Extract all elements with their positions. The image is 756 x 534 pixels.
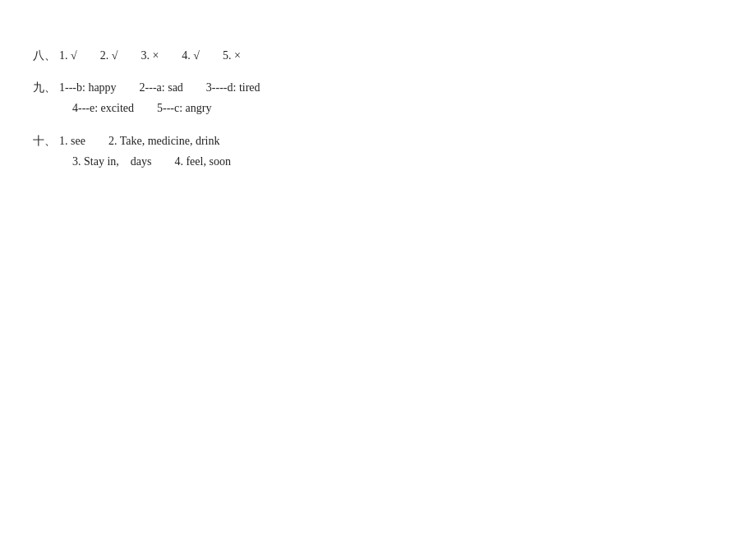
section-10-sub-row: 3. Stay in, days 4. feel, soon	[72, 151, 723, 172]
item-9-4: 4---e: excited	[72, 98, 134, 118]
section-10: 十、 1. see 2. Take, medicine, drink 3. St…	[33, 131, 723, 172]
section-10-items: 1. see 2. Take, medicine, drink	[59, 131, 243, 151]
section-8: 八、 1. √ 2. √ 3. × 4. √ 5. ×	[33, 45, 723, 66]
item-8-4: 4. √	[182, 45, 200, 66]
item-8-5: 5. ×	[223, 45, 241, 66]
item-9-1: 1---b: happy	[59, 77, 117, 98]
item-9-5: 5---c: angry	[157, 98, 211, 118]
item-8-2: 2. √	[100, 45, 118, 66]
item-10-2: 2. Take, medicine, drink	[108, 131, 220, 151]
item-10-4: 4. feel, soon	[174, 151, 230, 172]
item-8-3: 3. ×	[141, 45, 159, 66]
item-9-2: 2---a: sad	[140, 77, 183, 98]
section-8-label: 八、	[33, 45, 56, 66]
item-8-1: 1. √	[59, 45, 77, 66]
section-9-items: 1---b: happy 2---a: sad 3----d: tired	[59, 77, 284, 98]
item-9-3: 3----d: tired	[206, 77, 260, 98]
main-content: 八、 1. √ 2. √ 3. × 4. √ 5. × 九、 1---b: ha…	[0, 0, 756, 216]
item-10-1: 1. see	[59, 131, 85, 151]
section-10-label: 十、	[33, 131, 56, 151]
section-9-label: 九、	[33, 77, 56, 98]
item-10-3: 3. Stay in, days	[72, 151, 151, 172]
section-9: 九、 1---b: happy 2---a: sad 3----d: tired…	[33, 77, 723, 118]
section-8-items: 1. √ 2. √ 3. × 4. √ 5. ×	[59, 45, 264, 66]
section-9-sub-row: 4---e: excited 5---c: angry	[72, 98, 723, 118]
